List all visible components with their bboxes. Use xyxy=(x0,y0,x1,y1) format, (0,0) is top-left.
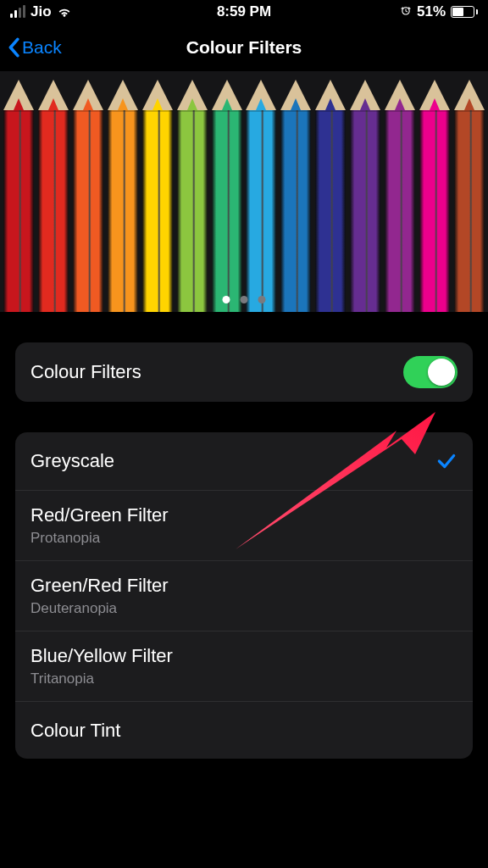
toggle-knob xyxy=(428,359,455,386)
option-label: Greyscale xyxy=(30,450,114,472)
chevron-left-icon xyxy=(7,37,20,58)
option-subtitle: Deuteranopia xyxy=(30,600,169,617)
toggle-label: Colour Filters xyxy=(30,361,141,383)
back-label: Back xyxy=(22,37,62,58)
clock-label: 8:59 PM xyxy=(217,3,271,20)
page-title: Colour Filters xyxy=(186,37,302,58)
wifi-icon xyxy=(57,6,72,18)
colour-filters-toggle-row[interactable]: Colour Filters xyxy=(15,342,473,402)
toggle-section: Colour Filters xyxy=(15,342,473,402)
pencil xyxy=(175,71,209,312)
pencil xyxy=(36,71,71,312)
back-button[interactable]: Back xyxy=(7,37,62,58)
pencil xyxy=(71,71,106,312)
status-bar: Jio 8:59 PM 51% xyxy=(0,0,488,24)
status-left: Jio xyxy=(10,3,72,20)
page-dot[interactable] xyxy=(241,296,248,303)
checkmark-icon xyxy=(435,450,458,472)
pencil xyxy=(382,71,417,312)
option-label: Colour Tint xyxy=(30,720,120,742)
pencil xyxy=(417,71,452,312)
option-subtitle: Protanopia xyxy=(30,530,169,547)
pencil xyxy=(348,71,383,312)
option-label: Green/Red Filter xyxy=(30,575,169,597)
page-dot[interactable] xyxy=(258,296,266,303)
nav-bar: Back Colour Filters xyxy=(0,24,488,71)
pencil xyxy=(244,71,279,312)
pencil xyxy=(2,71,36,312)
alarm-icon xyxy=(400,6,412,18)
pencil xyxy=(313,71,348,312)
colour-filters-toggle[interactable] xyxy=(403,356,458,388)
filter-options-list: GreyscaleRed/Green FilterProtanopiaGreen… xyxy=(15,432,473,759)
filter-option-row[interactable]: Colour Tint xyxy=(15,701,473,759)
pencil xyxy=(452,71,486,312)
battery-icon xyxy=(451,6,478,18)
pencil xyxy=(209,71,244,312)
filter-option-row[interactable]: Green/Red FilterDeuteranopia xyxy=(15,560,473,631)
filter-option-row[interactable]: Greyscale xyxy=(15,432,473,490)
pencil xyxy=(279,71,313,312)
carrier-label: Jio xyxy=(30,3,52,20)
filter-option-row[interactable]: Red/Green FilterProtanopia xyxy=(15,490,473,560)
filter-option-row[interactable]: Blue/Yellow FilterTritanopia xyxy=(15,631,473,701)
option-label: Red/Green Filter xyxy=(30,504,169,526)
pencil xyxy=(106,71,141,312)
option-label: Blue/Yellow Filter xyxy=(30,645,173,667)
status-right: 51% xyxy=(400,3,478,20)
page-indicator[interactable] xyxy=(223,296,266,303)
option-subtitle: Tritanopia xyxy=(30,670,173,687)
filter-preview[interactable] xyxy=(0,71,488,312)
pencils-illustration xyxy=(0,71,488,312)
page-dot[interactable] xyxy=(223,296,230,303)
battery-percent-label: 51% xyxy=(417,3,446,20)
pencil xyxy=(140,71,175,312)
cellular-signal-icon xyxy=(10,6,25,18)
